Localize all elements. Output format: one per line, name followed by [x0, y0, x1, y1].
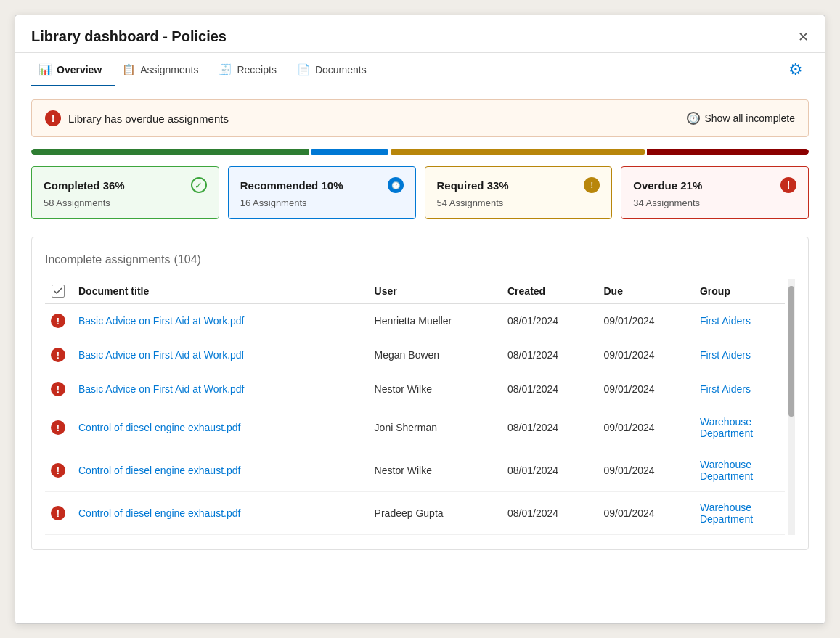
group-link[interactable]: Warehouse Department: [700, 502, 753, 525]
stat-cards: Completed 36% ✓ 58 Assignments Recommend…: [31, 166, 809, 219]
row-group: Warehouse Department: [694, 406, 785, 449]
group-link[interactable]: First Aiders: [700, 383, 751, 395]
incomplete-section: Incomplete assignments (104): [31, 237, 809, 550]
alert-message: Library has overdue assignments: [68, 113, 229, 125]
overview-icon: 📊: [38, 63, 52, 76]
progress-recommended: [311, 149, 388, 155]
overdue-row-icon: !: [51, 314, 65, 328]
assignments-table: Document title User Created Due Group ! …: [45, 279, 785, 535]
row-group: First Aiders: [694, 338, 785, 372]
tab-bar: 📊 Overview 📋 Assignments 🧾 Receipts 📄 Do…: [15, 53, 825, 86]
row-created: 08/01/2024: [502, 449, 598, 492]
row-status-icon: !: [45, 338, 73, 372]
row-user: Pradeep Gupta: [369, 492, 502, 535]
table-row: ! Basic Advice on First Aid at Work.pdf …: [45, 338, 785, 372]
row-due: 09/01/2024: [598, 304, 693, 338]
stat-card-recommended-sub: 16 Assignments: [240, 197, 404, 208]
scrollbar-thumb[interactable]: [788, 286, 794, 417]
stat-card-overdue-title: Overdue 21%: [633, 179, 702, 192]
row-status-icon: !: [45, 406, 73, 449]
row-group: First Aiders: [694, 304, 785, 338]
group-link[interactable]: First Aiders: [700, 349, 751, 361]
row-created: 08/01/2024: [502, 372, 598, 406]
group-link[interactable]: Warehouse Department: [700, 416, 753, 439]
scrollbar-track[interactable]: [788, 279, 795, 535]
row-due: 09/01/2024: [598, 406, 693, 449]
doc-link[interactable]: Control of diesel engine exhaust.pdf: [78, 465, 240, 476]
row-user: Joni Sherman: [369, 406, 502, 449]
tab-receipts[interactable]: 🧾 Receipts: [211, 53, 289, 86]
row-group: Warehouse Department: [694, 492, 785, 535]
recommended-clock-icon: 🕐: [388, 177, 404, 193]
doc-link[interactable]: Control of diesel engine exhaust.pdf: [78, 422, 240, 433]
stat-card-overdue-header: Overdue 21% !: [633, 177, 796, 193]
row-doc-title: Basic Advice on First Aid at Work.pdf: [73, 338, 369, 372]
stat-card-required: Required 33% ! 54 Assignments: [425, 166, 613, 219]
row-created: 08/01/2024: [502, 492, 598, 535]
progress-required: [391, 149, 645, 155]
tab-overview[interactable]: 📊 Overview: [31, 53, 115, 86]
show-all-incomplete-button[interactable]: 🕐 Show all incomplete: [687, 112, 795, 125]
row-created: 08/01/2024: [502, 304, 598, 338]
col-due: Due: [598, 279, 693, 304]
clock-icon: 🕐: [687, 112, 700, 125]
row-created: 08/01/2024: [502, 338, 598, 372]
incomplete-section-title: Incomplete assignments (104): [45, 252, 795, 267]
stat-card-completed-header: Completed 36% ✓: [44, 177, 207, 193]
title-bar: Library dashboard - Policies ✕: [15, 15, 825, 53]
col-doc-title: Document title: [73, 279, 369, 304]
stat-card-overdue-sub: 34 Assignments: [633, 197, 796, 208]
table-header-row: Document title User Created Due Group: [45, 279, 785, 304]
row-user: Nestor Wilke: [369, 372, 502, 406]
assignments-table-container: Document title User Created Due Group ! …: [45, 279, 795, 535]
table-row: ! Control of diesel engine exhaust.pdf N…: [45, 449, 785, 492]
progress-bar: [31, 149, 809, 155]
row-group: Warehouse Department: [694, 449, 785, 492]
overdue-row-icon: !: [51, 420, 65, 435]
close-button[interactable]: ✕: [798, 30, 809, 44]
doc-link[interactable]: Control of diesel engine exhaust.pdf: [78, 507, 240, 519]
receipts-icon: 🧾: [219, 63, 232, 76]
main-content: ! Library has overdue assignments 🕐 Show…: [15, 86, 825, 623]
row-user: Megan Bowen: [369, 338, 502, 372]
alert-banner: ! Library has overdue assignments 🕐 Show…: [31, 99, 809, 137]
col-created: Created: [502, 279, 598, 304]
group-link[interactable]: Warehouse Department: [700, 459, 753, 482]
alert-left: ! Library has overdue assignments: [45, 110, 229, 126]
group-link[interactable]: First Aiders: [700, 315, 751, 327]
row-due: 09/01/2024: [598, 449, 693, 492]
row-status-icon: !: [45, 492, 73, 535]
settings-button[interactable]: ⚙: [783, 54, 809, 85]
doc-link[interactable]: Basic Advice on First Aid at Work.pdf: [78, 383, 245, 395]
select-all-checkbox[interactable]: [52, 285, 65, 298]
row-due: 09/01/2024: [598, 372, 693, 406]
table-row: ! Basic Advice on First Aid at Work.pdf …: [45, 304, 785, 338]
doc-link[interactable]: Basic Advice on First Aid at Work.pdf: [78, 315, 245, 327]
row-created: 08/01/2024: [502, 406, 598, 449]
table-row: ! Control of diesel engine exhaust.pdf P…: [45, 492, 785, 535]
alert-icon: !: [45, 110, 61, 126]
progress-overdue: [647, 149, 809, 155]
tab-documents[interactable]: 📄 Documents: [290, 53, 380, 86]
overdue-row-icon: !: [51, 348, 65, 362]
row-status-icon: !: [45, 449, 73, 492]
row-due: 09/01/2024: [598, 492, 693, 535]
row-user: Henrietta Mueller: [369, 304, 502, 338]
stat-card-recommended-title: Recommended 10%: [240, 179, 343, 192]
tab-assignments[interactable]: 📋 Assignments: [115, 53, 211, 86]
window-title: Library dashboard - Policies: [31, 28, 227, 45]
row-doc-title: Control of diesel engine exhaust.pdf: [73, 406, 369, 449]
stat-card-completed-sub: 58 Assignments: [44, 197, 207, 208]
stat-card-recommended-header: Recommended 10% 🕐: [240, 177, 404, 193]
doc-link[interactable]: Basic Advice on First Aid at Work.pdf: [78, 349, 245, 361]
row-doc-title: Control of diesel engine exhaust.pdf: [73, 449, 369, 492]
documents-icon: 📄: [297, 63, 311, 76]
col-user: User: [369, 279, 502, 304]
row-group: First Aiders: [694, 372, 785, 406]
row-status-icon: !: [45, 304, 73, 338]
progress-completed: [31, 149, 309, 155]
completed-check-icon: ✓: [191, 177, 207, 193]
stat-card-overdue: Overdue 21% ! 34 Assignments: [621, 166, 809, 219]
col-group: Group: [694, 279, 785, 304]
row-doc-title: Basic Advice on First Aid at Work.pdf: [73, 372, 369, 406]
